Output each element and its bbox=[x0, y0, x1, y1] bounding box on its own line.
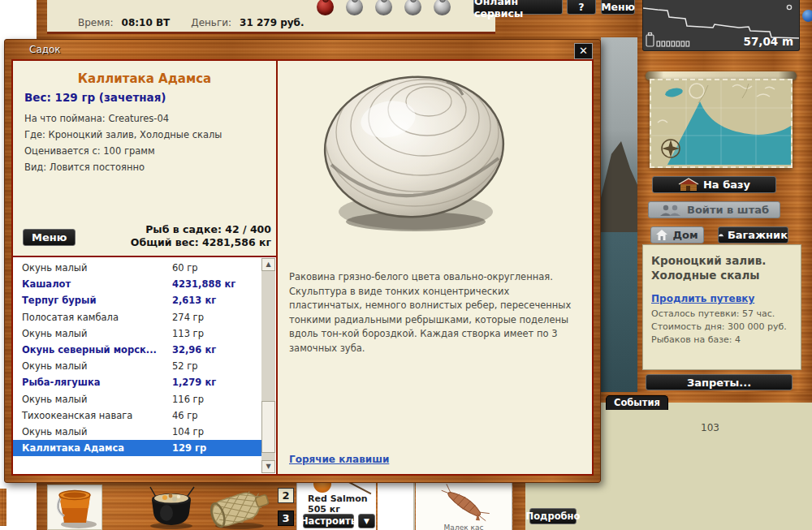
location-title: Кроноцкий залив. Холодные скалы bbox=[651, 253, 793, 282]
fish-row-name: Окунь малый bbox=[22, 394, 87, 405]
fish-row[interactable]: Кашалот 4231,888 кг bbox=[13, 276, 263, 292]
slot-2-badge[interactable]: 2 bbox=[278, 488, 294, 503]
location-stat-line: Осталось путевки: 57 час. bbox=[651, 308, 793, 321]
wood-edge bbox=[0, 489, 6, 526]
minimap[interactable] bbox=[650, 71, 793, 170]
hotkeys-link[interactable]: Горячие клавиши bbox=[289, 454, 389, 465]
fish-row-name: Полосатая камбала bbox=[22, 312, 119, 323]
scrollbar-thumb[interactable] bbox=[261, 401, 275, 453]
fish-row-weight: 46 гр bbox=[172, 407, 198, 424]
to-base-button[interactable]: На базу bbox=[652, 176, 776, 193]
keepnet-dialog: Садок Каллитака Адамса Вес: 129 гр (заче… bbox=[4, 39, 601, 483]
events-tab[interactable]: События bbox=[606, 395, 668, 410]
location-stat-line: Стоимость дня: 300 000 руб. bbox=[651, 321, 793, 334]
time-money-row: Время: 08:10 ВТ Деньги: 31 279 руб. bbox=[78, 17, 317, 28]
creel-net-slot[interactable] bbox=[205, 485, 274, 530]
fish-row[interactable]: Рыба-лягушка 1,279 кг bbox=[13, 374, 263, 390]
scroll-up-icon[interactable] bbox=[261, 258, 275, 271]
fish-row-weight: 274 гр bbox=[172, 309, 204, 325]
bucket-icon bbox=[48, 485, 102, 529]
configure-button[interactable]: Настроить bbox=[303, 514, 354, 528]
bell-icon[interactable] bbox=[317, 0, 334, 15]
fish-detail-line: Оценивается с: 100 грамм bbox=[24, 143, 276, 159]
pot-slot[interactable] bbox=[134, 485, 205, 530]
keepnet-totals: Рыб в садке: 42 / 400 Общий вес: 4281,58… bbox=[131, 223, 271, 249]
fish-row-weight: 52 гр bbox=[172, 358, 198, 374]
bait-card: Red Salmon 505 кг Настроить bbox=[296, 483, 376, 530]
events-value: 103 bbox=[701, 422, 719, 433]
bucket-slot[interactable] bbox=[47, 485, 102, 530]
fish-row[interactable]: Окунь северный морск... 32,96 кг bbox=[13, 342, 263, 358]
trunk-label: Багажник bbox=[728, 229, 788, 241]
fish-detail-line: На что поймана: Creatures-04 bbox=[24, 110, 276, 127]
scrollbar[interactable] bbox=[261, 258, 275, 473]
fish-row-name: Окунь малый bbox=[22, 328, 87, 339]
fish-row-name: Кашалот bbox=[22, 278, 71, 290]
scroll-down-icon[interactable] bbox=[261, 460, 275, 473]
dialog-menu-button[interactable]: Меню bbox=[23, 229, 76, 246]
fish-row-weight: 129 гр bbox=[172, 440, 206, 456]
enter-hq-button[interactable]: Войти в штаб bbox=[648, 201, 780, 218]
depth-chart: 57,04 m bbox=[642, 0, 800, 51]
fish-row[interactable]: Окунь малый 60 гр bbox=[13, 260, 263, 276]
dropdown-button[interactable] bbox=[358, 514, 375, 528]
map-body[interactable] bbox=[650, 79, 793, 168]
fish-row[interactable]: Каллитака Адамса 129 гр bbox=[13, 440, 263, 456]
fish-row[interactable]: Полосатая камбала 274 гр bbox=[13, 309, 263, 325]
status-bar: Время: 08:10 ВТ Деньги: 31 279 руб. bbox=[47, 0, 495, 34]
dialog-left-column: Каллитака Адамса Вес: 129 гр (зачетная) … bbox=[13, 61, 278, 474]
bell-icon[interactable] bbox=[434, 0, 451, 15]
fish-row-weight: 104 гр bbox=[172, 424, 204, 440]
fish-row[interactable]: Тихоокеанская навага 46 гр bbox=[13, 407, 263, 424]
shrimp-bait-card[interactable]: Малек кас bbox=[416, 483, 512, 530]
fish-row[interactable]: Окунь малый 52 гр bbox=[13, 358, 263, 374]
close-icon[interactable] bbox=[574, 43, 593, 59]
dialog-title: Садок bbox=[29, 44, 61, 55]
trunk-button[interactable]: Багажник bbox=[718, 226, 788, 243]
inventory-card-edge[interactable] bbox=[378, 483, 415, 530]
fish-row-name: Окунь малый bbox=[22, 262, 87, 274]
bell-icon[interactable] bbox=[375, 0, 392, 15]
fish-list: Окунь малый 60 гр Кашалот 4231,888 кг Те… bbox=[13, 257, 276, 474]
time-label: Время: bbox=[78, 17, 114, 28]
shrimp-caption: Малек кас bbox=[416, 524, 512, 530]
money-label: Деньги: bbox=[191, 17, 231, 28]
extend-permit-link[interactable]: Продлить путевку bbox=[651, 293, 754, 304]
fish-row[interactable]: Окунь малый 104 гр bbox=[13, 424, 263, 440]
fish-row-weight: 2,613 кг bbox=[172, 292, 216, 308]
dialog-body: Каллитака Адамса Вес: 129 гр (зачетная) … bbox=[11, 59, 594, 476]
help-button[interactable]: ? bbox=[567, 0, 596, 15]
top-menu-button[interactable]: Меню bbox=[601, 0, 635, 15]
fish-row-name: Тихоокеанская навага bbox=[22, 410, 132, 421]
info-ball-icon[interactable] bbox=[802, 10, 812, 22]
sidebar: 57,04 m bbox=[637, 0, 812, 394]
home-button[interactable]: Дом bbox=[650, 226, 704, 243]
car-icon bbox=[719, 231, 723, 239]
bell-icon[interactable] bbox=[404, 0, 421, 15]
fish-row-name: Каллитака Адамса bbox=[22, 442, 124, 454]
fish-row-weight: 4231,888 кг bbox=[172, 276, 235, 292]
fish-description: Раковина грязно-белого цвета овально-окр… bbox=[289, 270, 575, 355]
fish-row-name: Окунь малый bbox=[22, 360, 87, 372]
scene-backdrop bbox=[601, 37, 641, 392]
fish-row[interactable]: Терпуг бурый 2,613 кг bbox=[13, 292, 263, 308]
fish-row-weight: 116 гр bbox=[172, 391, 204, 407]
enter-hq-label: Войти в штаб bbox=[687, 204, 769, 216]
fish-row[interactable]: Окунь малый 113 гр bbox=[13, 325, 263, 342]
fish-row-name: Окунь северный морск... bbox=[22, 344, 157, 355]
fish-detail-line: Вид: Ловится постоянно bbox=[24, 159, 276, 175]
fish-row[interactable]: Окунь малый 116 гр bbox=[13, 391, 263, 407]
fish-row-name: Рыба-лягушка bbox=[22, 377, 100, 388]
to-base-label: На базу bbox=[703, 179, 750, 191]
details-button[interactable]: Подробно bbox=[529, 508, 577, 524]
online-services-button[interactable]: Онлайн сервисы bbox=[473, 0, 563, 15]
marker-dot-icon bbox=[787, 5, 791, 9]
bell-icon[interactable] bbox=[346, 0, 363, 15]
bans-button[interactable]: Запреты... bbox=[646, 374, 793, 390]
dialog-right-column: Раковина грязно-белого цвета овально-окр… bbox=[278, 61, 592, 474]
cabin-icon bbox=[678, 178, 699, 192]
fish-details: На что поймана: Creatures-04Где: Кроноцк… bbox=[24, 110, 276, 175]
compass-rose-icon bbox=[662, 140, 680, 157]
fish-rows: Окунь малый 60 гр Кашалот 4231,888 кг Те… bbox=[13, 260, 276, 456]
slot-3-badge[interactable]: 3 bbox=[278, 511, 294, 526]
